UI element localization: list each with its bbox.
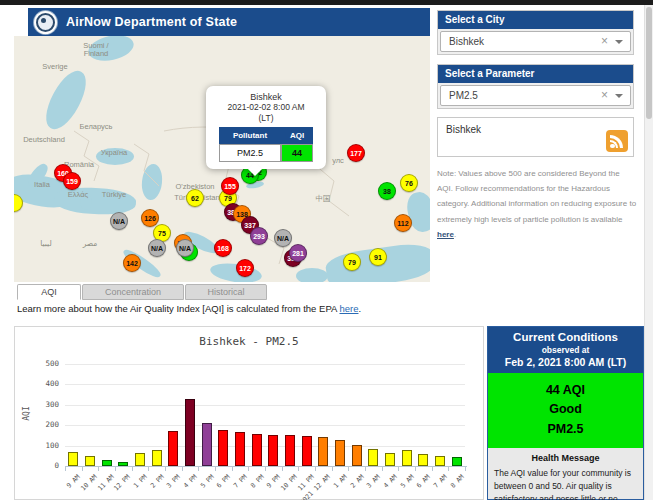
city-panel-title: Select a City xyxy=(438,11,633,29)
chart-x-axis xyxy=(65,466,467,467)
chart-x-tick-mark xyxy=(365,467,366,471)
epa-info-line: Learn more about how the Air Quality Ind… xyxy=(17,303,361,314)
aqi-marker[interactable]: 168 xyxy=(214,239,232,257)
observed-at-label: observed at xyxy=(490,345,641,355)
chart-x-tick-mark xyxy=(315,467,316,471)
chart-bar xyxy=(435,456,445,466)
health-message-block: Health Message The AQI value for your co… xyxy=(488,448,643,500)
chart-bar xyxy=(268,435,278,466)
chart-x-tick-mark xyxy=(265,467,266,471)
chart-bar xyxy=(135,453,145,466)
chart-bar xyxy=(102,460,112,466)
city-select[interactable]: Bishkek × xyxy=(440,31,631,52)
aqi-marker[interactable]: 62 xyxy=(186,189,204,207)
aqi-chart-panel: Bishkek - PM2.5 AQI 01002003004005009 AM… xyxy=(14,326,484,500)
chart-x-tick-mark xyxy=(98,467,99,471)
tab-concentration[interactable]: Concentration xyxy=(82,284,184,300)
note-text-suffix: . xyxy=(454,230,456,239)
city-panel-body: Bishkek × xyxy=(438,29,633,54)
aqi-marker[interactable]: N/A xyxy=(176,239,194,257)
chart-x-tick-label: 5 AM xyxy=(399,473,416,490)
airnow-page: AirNow Department of State Suomi /Fi xyxy=(0,0,653,500)
aqi-marker[interactable]: 281 xyxy=(289,244,307,262)
chart-bar xyxy=(218,430,228,466)
chart-gridline xyxy=(65,364,465,365)
chart-y-tick-label: 200 xyxy=(33,420,59,429)
popup-pollutant-value: PM2.5 xyxy=(219,144,281,162)
aqi-marker[interactable]: 79 xyxy=(343,253,361,271)
chevron-down-icon[interactable] xyxy=(615,94,623,102)
note-text: Note: Values above 500 are considered Be… xyxy=(437,169,636,224)
aqi-marker[interactable]: 76 xyxy=(400,174,418,192)
epa-here-link[interactable]: here xyxy=(339,303,358,314)
aqi-marker[interactable]: 91 xyxy=(369,248,387,266)
aqi-marker[interactable]: N/A xyxy=(274,229,292,247)
chart-x-tick-mark xyxy=(248,467,249,471)
chart-y-axis-label: AQI xyxy=(22,406,31,420)
aqi-marker[interactable]: 177 xyxy=(347,144,365,162)
aqi-marker[interactable]: 112 xyxy=(394,214,412,232)
city-select-value: Bishkek xyxy=(449,32,484,51)
app-title: AirNow Department of State xyxy=(66,15,237,29)
current-aqi-block: 44 AQI Good PM2.5 xyxy=(488,373,643,448)
chart-bar xyxy=(252,434,262,466)
aqi-marker[interactable]: 155 xyxy=(221,177,239,195)
chart-x-tick-label: 8 AM xyxy=(449,473,466,490)
popup-pollutant-header: Pollutant xyxy=(219,127,281,144)
chart-x-tick-mark xyxy=(132,467,133,471)
state-department-seal-icon xyxy=(34,11,57,34)
chart-x-tick-label: 4 PM xyxy=(182,473,199,490)
chart-bar xyxy=(318,437,328,466)
aqi-marker[interactable]: N/A xyxy=(148,239,166,257)
tab-bar: AQI Concentration Historical xyxy=(17,284,268,300)
rss-icon[interactable] xyxy=(606,130,628,152)
app-header: AirNow Department of State xyxy=(28,8,430,36)
chart-gridline xyxy=(65,384,465,385)
chart-x-tick-label: 12 PM xyxy=(112,473,132,493)
parameter-select[interactable]: PM2.5 × xyxy=(440,85,631,106)
chart-x-tick-label: 7 PM xyxy=(232,473,249,490)
aqi-marker[interactable]: 293 xyxy=(250,227,268,245)
chart-y-tick-label: 0 xyxy=(33,461,59,470)
health-message-title: Health Message xyxy=(494,453,637,463)
note-here-link[interactable]: here xyxy=(437,230,454,239)
epa-text-suffix: . xyxy=(358,303,361,314)
parameter-select-value: PM2.5 xyxy=(449,86,478,105)
aqi-marker[interactable]: 126 xyxy=(141,209,159,227)
chart-x-tick-mark xyxy=(82,467,83,471)
world-aqi-map[interactable]: Suomi /FinlandSverigeБеларусьDeutschland… xyxy=(14,36,430,282)
chart-x-tick-mark xyxy=(148,467,149,471)
aqi-marker[interactable]: 38 xyxy=(378,182,396,200)
chart-gridline xyxy=(65,425,465,426)
tab-aqi[interactable]: AQI xyxy=(17,284,81,300)
popup-aqi-table: Pollutant AQI PM2.5 44 xyxy=(219,127,313,162)
chart-x-tick-label: 2 PM xyxy=(149,473,166,490)
chart-x-tick-label: 2 AM xyxy=(349,473,366,490)
chart-bar xyxy=(352,445,362,466)
chart-x-tick-label: 8 PM xyxy=(249,473,266,490)
aqi-marker[interactable]: N/A xyxy=(110,212,128,230)
clear-icon[interactable]: × xyxy=(601,32,608,50)
chart-gridline xyxy=(65,446,465,447)
popup-aqi-value: 44 xyxy=(281,144,313,162)
aqi-marker[interactable]: 142 xyxy=(123,254,141,272)
chart-x-tick-mark xyxy=(65,467,66,471)
chart-x-tick-mark xyxy=(198,467,199,471)
chart-bar xyxy=(302,436,312,466)
aqi-marker[interactable] xyxy=(14,194,23,212)
chevron-down-icon[interactable] xyxy=(615,40,623,48)
parameter-panel-title: Select a Parameter xyxy=(438,65,633,83)
chart-bar xyxy=(68,452,78,466)
scrollbar-thumb[interactable] xyxy=(646,7,652,119)
tab-historical[interactable]: Historical xyxy=(185,284,267,300)
current-conditions-title: Current Conditions xyxy=(490,331,641,343)
chart-x-tick-label: 4 AM xyxy=(382,473,399,490)
aqi-marker[interactable]: 159 xyxy=(63,172,81,190)
current-aqi-value: 44 AQI xyxy=(488,381,643,400)
chart-x-tick-mark xyxy=(182,467,183,471)
clear-icon[interactable]: × xyxy=(601,86,608,104)
chart-x-tick-mark xyxy=(232,467,233,471)
aqi-marker[interactable]: 172 xyxy=(236,259,254,277)
scrollbar[interactable] xyxy=(644,5,653,500)
popup-timezone: (LT) xyxy=(210,113,322,124)
